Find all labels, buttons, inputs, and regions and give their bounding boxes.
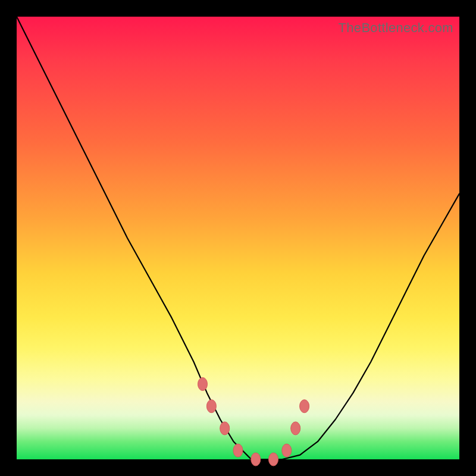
marker-point: [233, 444, 243, 457]
curve-markers: [198, 378, 309, 466]
marker-point: [251, 453, 261, 466]
curve-line: [17, 17, 459, 459]
chart-frame: TheBottleneck.com: [0, 0, 476, 476]
marker-point: [269, 453, 278, 466]
marker-point: [282, 444, 292, 457]
plot-area: TheBottleneck.com: [17, 17, 459, 459]
marker-point: [291, 422, 300, 435]
marker-point: [198, 378, 208, 391]
marker-point: [206, 400, 216, 413]
chart-svg: [17, 17, 459, 459]
marker-point: [220, 422, 230, 435]
marker-point: [300, 400, 309, 413]
